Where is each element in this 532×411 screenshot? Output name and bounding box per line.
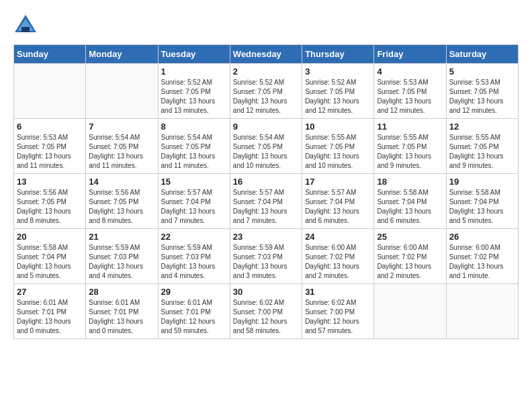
day-info: Sunrise: 5:53 AM Sunset: 7:05 PM Dayligh…	[449, 78, 515, 116]
svg-rect-2	[21, 27, 30, 32]
logo	[13, 13, 40, 38]
weekday-header-saturday: Saturday	[446, 45, 518, 64]
day-number: 29	[161, 287, 227, 297]
calendar-cell: 12Sunrise: 5:55 AM Sunset: 7:05 PM Dayli…	[446, 119, 518, 174]
day-number: 30	[233, 287, 299, 297]
day-info: Sunrise: 5:59 AM Sunset: 7:03 PM Dayligh…	[89, 243, 154, 281]
day-info: Sunrise: 5:53 AM Sunset: 7:05 PM Dayligh…	[377, 78, 443, 116]
calendar-cell	[446, 284, 518, 339]
day-number: 24	[305, 232, 371, 242]
calendar-week-row: 1Sunrise: 5:52 AM Sunset: 7:05 PM Daylig…	[14, 64, 519, 119]
day-number: 19	[449, 177, 515, 187]
calendar-cell: 8Sunrise: 5:54 AM Sunset: 7:05 PM Daylig…	[158, 119, 230, 174]
day-number: 5	[449, 66, 515, 77]
calendar-cell: 10Sunrise: 5:55 AM Sunset: 7:05 PM Dayli…	[302, 119, 374, 174]
day-info: Sunrise: 5:54 AM Sunset: 7:05 PM Dayligh…	[89, 133, 154, 171]
day-info: Sunrise: 5:52 AM Sunset: 7:05 PM Dayligh…	[305, 78, 371, 116]
day-info: Sunrise: 5:55 AM Sunset: 7:05 PM Dayligh…	[449, 133, 515, 171]
calendar-cell: 22Sunrise: 5:59 AM Sunset: 7:03 PM Dayli…	[158, 229, 230, 284]
day-number: 15	[161, 177, 227, 187]
weekday-header-thursday: Thursday	[302, 45, 374, 64]
calendar-week-row: 6Sunrise: 5:53 AM Sunset: 7:05 PM Daylig…	[14, 119, 519, 174]
calendar-cell: 18Sunrise: 5:58 AM Sunset: 7:04 PM Dayli…	[374, 174, 446, 229]
calendar-cell: 16Sunrise: 5:57 AM Sunset: 7:04 PM Dayli…	[230, 174, 302, 229]
day-number: 9	[233, 122, 299, 132]
day-info: Sunrise: 5:52 AM Sunset: 7:05 PM Dayligh…	[161, 78, 227, 116]
day-number: 25	[377, 232, 443, 242]
day-number: 23	[233, 232, 299, 242]
calendar-cell: 17Sunrise: 5:57 AM Sunset: 7:04 PM Dayli…	[302, 174, 374, 229]
day-number: 16	[233, 177, 299, 187]
weekday-header-wednesday: Wednesday	[230, 45, 302, 64]
calendar-cell: 11Sunrise: 5:55 AM Sunset: 7:05 PM Dayli…	[374, 119, 446, 174]
calendar-week-row: 13Sunrise: 5:56 AM Sunset: 7:05 PM Dayli…	[14, 174, 519, 229]
calendar-cell: 28Sunrise: 6:01 AM Sunset: 7:01 PM Dayli…	[86, 284, 158, 339]
day-info: Sunrise: 5:58 AM Sunset: 7:04 PM Dayligh…	[449, 188, 515, 226]
logo-icon	[13, 13, 38, 38]
day-info: Sunrise: 5:55 AM Sunset: 7:05 PM Dayligh…	[305, 133, 371, 171]
calendar-cell: 26Sunrise: 6:00 AM Sunset: 7:02 PM Dayli…	[446, 229, 518, 284]
calendar-cell	[86, 64, 158, 119]
day-number: 20	[17, 232, 83, 242]
day-number: 31	[305, 287, 371, 297]
calendar-cell: 29Sunrise: 6:01 AM Sunset: 7:01 PM Dayli…	[158, 284, 230, 339]
calendar-cell: 3Sunrise: 5:52 AM Sunset: 7:05 PM Daylig…	[302, 64, 374, 119]
day-info: Sunrise: 6:01 AM Sunset: 7:01 PM Dayligh…	[161, 298, 227, 336]
day-info: Sunrise: 6:02 AM Sunset: 7:00 PM Dayligh…	[305, 298, 371, 336]
calendar-cell: 30Sunrise: 6:02 AM Sunset: 7:00 PM Dayli…	[230, 284, 302, 339]
day-info: Sunrise: 5:58 AM Sunset: 7:04 PM Dayligh…	[377, 188, 443, 226]
day-number: 17	[305, 177, 371, 187]
day-info: Sunrise: 5:53 AM Sunset: 7:05 PM Dayligh…	[17, 133, 83, 171]
day-info: Sunrise: 5:57 AM Sunset: 7:04 PM Dayligh…	[233, 188, 299, 226]
calendar-cell: 6Sunrise: 5:53 AM Sunset: 7:05 PM Daylig…	[14, 119, 86, 174]
day-number: 14	[89, 177, 154, 187]
day-number: 3	[305, 66, 371, 77]
day-info: Sunrise: 5:54 AM Sunset: 7:05 PM Dayligh…	[161, 133, 227, 171]
day-number: 1	[161, 66, 227, 77]
day-info: Sunrise: 5:59 AM Sunset: 7:03 PM Dayligh…	[161, 243, 227, 281]
calendar-cell: 23Sunrise: 5:59 AM Sunset: 7:03 PM Dayli…	[230, 229, 302, 284]
calendar-cell: 5Sunrise: 5:53 AM Sunset: 7:05 PM Daylig…	[446, 64, 518, 119]
calendar-cell: 19Sunrise: 5:58 AM Sunset: 7:04 PM Dayli…	[446, 174, 518, 229]
day-info: Sunrise: 6:01 AM Sunset: 7:01 PM Dayligh…	[17, 298, 83, 336]
day-info: Sunrise: 5:55 AM Sunset: 7:05 PM Dayligh…	[377, 133, 443, 171]
calendar-week-row: 27Sunrise: 6:01 AM Sunset: 7:01 PM Dayli…	[14, 284, 519, 339]
day-number: 26	[449, 232, 515, 242]
calendar-cell: 21Sunrise: 5:59 AM Sunset: 7:03 PM Dayli…	[86, 229, 158, 284]
calendar-cell: 25Sunrise: 6:00 AM Sunset: 7:02 PM Dayli…	[374, 229, 446, 284]
day-number: 12	[449, 122, 515, 132]
day-number: 18	[377, 177, 443, 187]
calendar-cell: 1Sunrise: 5:52 AM Sunset: 7:05 PM Daylig…	[158, 64, 230, 119]
day-number: 22	[161, 232, 227, 242]
calendar-cell: 4Sunrise: 5:53 AM Sunset: 7:05 PM Daylig…	[374, 64, 446, 119]
calendar-cell	[14, 64, 86, 119]
day-info: Sunrise: 5:56 AM Sunset: 7:05 PM Dayligh…	[89, 188, 154, 226]
day-number: 28	[89, 287, 154, 297]
day-info: Sunrise: 6:02 AM Sunset: 7:00 PM Dayligh…	[233, 298, 299, 336]
weekday-header-monday: Monday	[86, 45, 158, 64]
weekday-header-sunday: Sunday	[14, 45, 86, 64]
calendar-cell: 31Sunrise: 6:02 AM Sunset: 7:00 PM Dayli…	[302, 284, 374, 339]
calendar-cell: 9Sunrise: 5:54 AM Sunset: 7:05 PM Daylig…	[230, 119, 302, 174]
day-number: 8	[161, 122, 227, 132]
calendar-table: SundayMondayTuesdayWednesdayThursdayFrid…	[13, 44, 519, 339]
day-info: Sunrise: 6:00 AM Sunset: 7:02 PM Dayligh…	[305, 243, 371, 281]
day-info: Sunrise: 5:52 AM Sunset: 7:05 PM Dayligh…	[233, 78, 299, 116]
calendar-header-row: SundayMondayTuesdayWednesdayThursdayFrid…	[14, 45, 519, 64]
day-info: Sunrise: 5:56 AM Sunset: 7:05 PM Dayligh…	[17, 188, 83, 226]
day-info: Sunrise: 6:00 AM Sunset: 7:02 PM Dayligh…	[377, 243, 443, 281]
calendar-cell: 20Sunrise: 5:58 AM Sunset: 7:04 PM Dayli…	[14, 229, 86, 284]
day-number: 13	[17, 177, 83, 187]
calendar-week-row: 20Sunrise: 5:58 AM Sunset: 7:04 PM Dayli…	[14, 229, 519, 284]
day-info: Sunrise: 5:57 AM Sunset: 7:04 PM Dayligh…	[161, 188, 227, 226]
calendar-cell: 14Sunrise: 5:56 AM Sunset: 7:05 PM Dayli…	[86, 174, 158, 229]
day-number: 10	[305, 122, 371, 132]
calendar-cell: 13Sunrise: 5:56 AM Sunset: 7:05 PM Dayli…	[14, 174, 86, 229]
day-info: Sunrise: 6:01 AM Sunset: 7:01 PM Dayligh…	[89, 298, 154, 336]
day-number: 4	[377, 66, 443, 77]
calendar-cell: 15Sunrise: 5:57 AM Sunset: 7:04 PM Dayli…	[158, 174, 230, 229]
weekday-header-tuesday: Tuesday	[158, 45, 230, 64]
calendar-cell: 27Sunrise: 6:01 AM Sunset: 7:01 PM Dayli…	[14, 284, 86, 339]
day-number: 2	[233, 66, 299, 77]
page-header	[13, 13, 519, 38]
